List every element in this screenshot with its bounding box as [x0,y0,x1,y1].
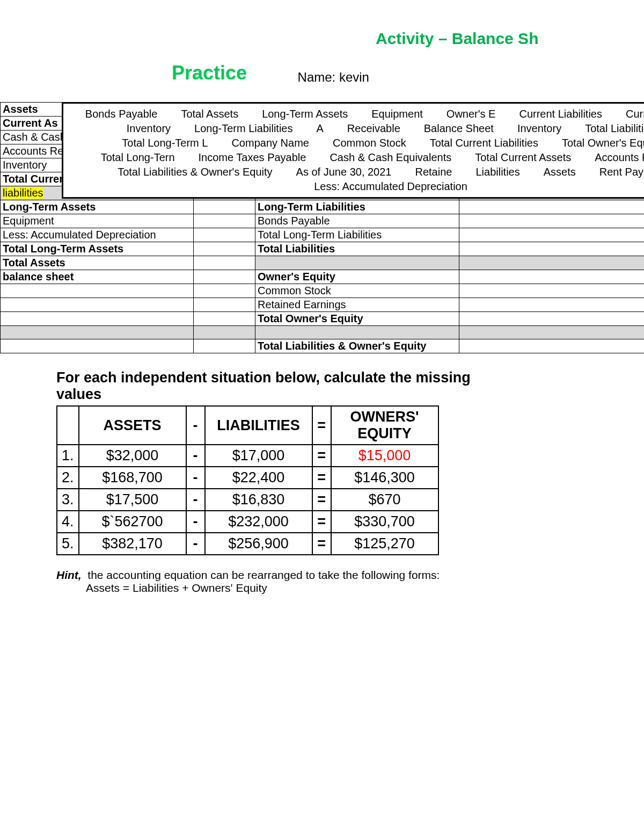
cell [459,298,645,312]
cell: Total Owner's Equity [255,312,459,326]
term-option[interactable]: Total Long-Tern [101,150,175,165]
term-option[interactable]: Retaine [415,165,452,179]
table-cell: = [312,489,331,511]
cell: Common Stock [255,284,459,298]
table-cell: - [186,467,205,489]
term-option[interactable]: Rent Payable [599,165,644,179]
term-option[interactable]: Cash & Cash Equivalents [330,150,451,165]
cell [459,326,645,339]
term-option[interactable]: Company Name [231,136,309,150]
cell [1,339,194,353]
term-option[interactable]: Total Assets [181,107,238,121]
table-cell: $15,000 [331,445,438,467]
equation-table: ASSETS - LIABILITIES = OWNERS' EQUITY 1.… [56,405,439,555]
term-option[interactable]: Current Assets [626,107,644,121]
cell [194,298,255,312]
table-cell: - [186,445,205,467]
term-option[interactable]: Total Owner's Equity [562,136,644,150]
cell: Total Liabilities & Owner's Equity [255,339,459,353]
cell [459,242,645,256]
table-cell: $22,400 [205,467,312,489]
term-option[interactable]: Income Taxes Payable [199,150,306,165]
table-cell: 2. [57,467,79,489]
hint-block: Hint, the accounting equation can be rea… [56,569,539,594]
cell [194,228,255,242]
table-cell: 5. [57,533,79,555]
term-option[interactable]: Long-Term Assets [262,107,348,121]
cell [194,256,255,270]
table-cell: - [186,511,205,533]
col-minus: - [186,406,205,445]
cell [194,214,255,228]
cell [459,214,645,228]
term-option[interactable]: Balance Sheet [424,121,494,136]
cell [194,242,255,256]
term-option[interactable]: Long-Term Liabilities [194,121,292,136]
name-label-text: Name: [298,70,336,84]
term-option[interactable]: Total Current Assets [475,150,571,165]
table-cell: $16,830 [205,489,312,511]
cell [1,298,194,312]
term-option[interactable]: Total Current Liabilities [430,136,538,150]
table-cell: $330,700 [331,511,438,533]
cell: Total Long-Term Liabilities [255,228,459,242]
hint-label: Hint, [56,569,82,581]
cell: Total Liabilities [255,242,459,256]
hint-line-2: Assets = Liabilities + Owners' Equity [86,582,539,594]
term-option[interactable]: Current Liabilities [519,107,602,121]
term-option[interactable]: Owner's E [447,107,496,121]
term-option[interactable]: Receivable [347,121,400,136]
table-cell: = [312,445,331,467]
term-option[interactable]: Equipment [371,107,423,121]
cell: Bonds Payable [255,214,459,228]
table-cell: 3. [57,489,79,511]
term-option[interactable]: Accounts Payable [595,150,644,165]
cell [1,284,194,298]
cell [459,256,645,270]
cell: Total Long-Term Assets [1,242,194,256]
table-cell: = [312,533,331,555]
cell: Less: Accumulated Depreciation [1,228,194,242]
cell [255,326,459,339]
term-option[interactable]: Assets [544,165,576,179]
table-cell: $168,700 [79,467,186,489]
name-value: kevin [339,70,369,84]
table-cell: - [186,489,205,511]
table-cell: $256,900 [205,533,312,555]
table-cell: $32,000 [79,445,186,467]
table-cell: $382,170 [79,533,186,555]
cell [459,312,645,326]
term-option[interactable]: Less: Accumulated Depreciation [314,179,467,194]
hint-line-1: the accounting equation can be rearrange… [87,569,440,581]
practice-label: Practice [172,62,247,84]
term-option[interactable]: Common Stock [333,136,406,150]
cell [194,284,255,298]
activity-title: Activity – Balance Sh [376,30,538,48]
cell [194,200,255,214]
cell: Total Assets [1,256,194,270]
term-option[interactable]: As of June 30, 2021 [296,165,392,179]
col-assets: ASSETS [79,406,186,445]
term-option[interactable]: A [316,121,323,136]
term-option[interactable]: Total Long-Term L [122,136,208,150]
table-cell: - [186,533,205,555]
table-cell: $17,000 [205,445,312,467]
name-field: Name: kevin [298,70,369,85]
col-equals: = [312,406,331,445]
term-option[interactable]: Bonds Payable [85,107,158,121]
term-option[interactable]: Liabilities [475,165,519,179]
term-option[interactable]: Inventory [127,121,171,136]
table-cell: $125,270 [331,533,438,555]
cell: Owner's Equity [255,270,459,284]
term-option[interactable]: Inventory [517,121,561,136]
cell [194,270,255,284]
cell [459,228,645,242]
cell [194,312,255,326]
cell [194,339,255,353]
term-option[interactable]: Total Liabilities & Owner's Equity [118,165,272,179]
cell: Equipment [1,214,194,228]
col-owners: OWNERS' EQUITY [331,406,438,445]
cell [459,284,645,298]
table-cell: $146,300 [331,467,438,489]
term-option[interactable]: Total Liabilities [585,121,644,136]
